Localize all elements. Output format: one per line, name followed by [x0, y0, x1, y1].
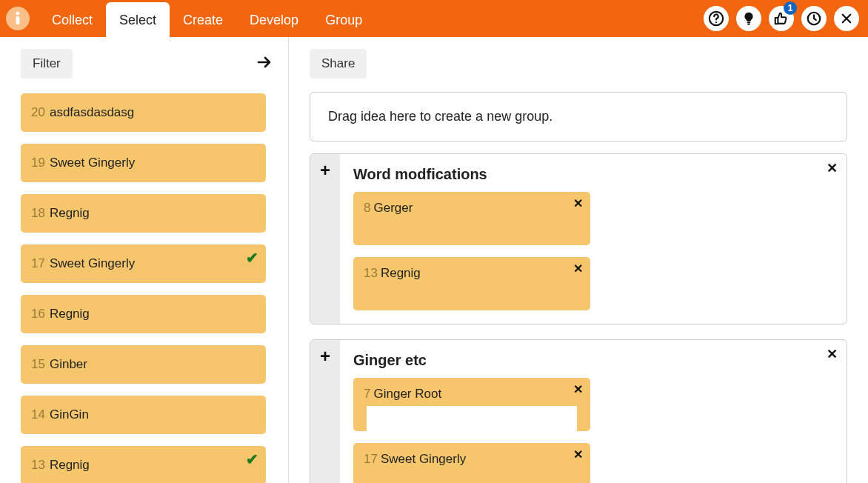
idea-item[interactable]: 18Regnig	[21, 194, 266, 233]
idea-item[interactable]: 13Regnig✔	[21, 446, 266, 483]
group-title[interactable]: Word modfications	[353, 161, 833, 192]
clock-icon[interactable]	[801, 6, 827, 31]
card-remove-icon[interactable]: ✕	[573, 196, 583, 210]
group-expand-button[interactable]: +	[310, 340, 340, 483]
plus-icon: +	[320, 347, 330, 365]
idea-text: Sweet Gingerly	[50, 156, 135, 170]
card-text: Gerger	[373, 201, 413, 215]
idea-number: 14	[31, 407, 45, 422]
idea-item[interactable]: 16Regnig	[21, 295, 266, 333]
sidebar: Filter 20asdfasdasdasg19Sweet Gingerly18…	[0, 37, 289, 483]
likes-badge: 1	[784, 1, 797, 15]
svg-point-3	[715, 21, 717, 23]
help-icon[interactable]	[704, 6, 729, 31]
idea-text: asdfasdasdasg	[50, 105, 134, 120]
nav-tabs: CollectSelectCreateDevelopGroup	[39, 0, 375, 37]
idea-text: GinGin	[50, 407, 89, 422]
card-remove-icon[interactable]: ✕	[573, 382, 583, 396]
group-cards: 8Gerger✕13Regnig✕	[353, 192, 833, 310]
idea-number: 20	[31, 105, 45, 120]
sidebar-top: Filter	[0, 37, 288, 90]
plus-icon: +	[320, 161, 330, 179]
thumbs-up-icon[interactable]: 1	[769, 6, 794, 31]
group: +Word modfications8Gerger✕13Regnig✕✕	[310, 153, 847, 324]
app-header: CollectSelectCreateDevelopGroup 1	[0, 0, 868, 37]
group-card[interactable]: 13Regnig✕	[353, 257, 590, 310]
idea-text: Regnig	[50, 206, 90, 221]
idea-number: 13	[31, 458, 45, 473]
main-panel: Share Drag idea here to create a new gro…	[289, 37, 868, 483]
tab-develop[interactable]: Develop	[236, 2, 312, 37]
tab-select[interactable]: Select	[106, 2, 170, 37]
info-icon[interactable]	[6, 7, 30, 30]
card-text: Sweet Gingerly	[381, 452, 466, 466]
idea-number: 19	[31, 156, 45, 170]
idea-text: Ginber	[50, 357, 87, 372]
collapse-arrow-icon[interactable]	[256, 53, 273, 74]
tab-create[interactable]: Create	[170, 2, 236, 37]
idea-item[interactable]: 15Ginber	[21, 345, 266, 384]
card-number: 8	[364, 201, 370, 215]
idea-item[interactable]: 17Sweet Gingerly✔	[21, 244, 266, 283]
idea-number: 16	[31, 307, 45, 322]
idea-item[interactable]: 14GinGin	[21, 396, 266, 434]
group-body: Word modfications8Gerger✕13Regnig✕	[340, 154, 847, 324]
idea-number: 18	[31, 206, 45, 221]
close-icon[interactable]	[834, 6, 859, 31]
svg-rect-5	[747, 24, 750, 24]
header-right: 1	[704, 6, 859, 31]
header-left: CollectSelectCreateDevelopGroup	[6, 0, 375, 37]
tab-group[interactable]: Group	[312, 2, 375, 37]
idea-item[interactable]: 19Sweet Gingerly	[21, 144, 266, 182]
card-number: 7	[364, 387, 370, 401]
svg-point-0	[16, 12, 20, 16]
card-number: 17	[364, 452, 378, 466]
group-card[interactable]: 7Ginger Root✕	[353, 378, 590, 431]
group-card[interactable]: 17Sweet Gingerly✕	[353, 443, 590, 483]
card-remove-icon[interactable]: ✕	[573, 447, 583, 462]
idea-item[interactable]: 20asdfasdasdasg	[21, 93, 266, 132]
idea-number: 15	[31, 357, 45, 372]
idea-text: Sweet Gingerly	[50, 256, 135, 271]
idea-list[interactable]: 20asdfasdasdasg19Sweet Gingerly18Regnig1…	[0, 90, 288, 483]
filter-button[interactable]: Filter	[21, 49, 73, 79]
share-button[interactable]: Share	[310, 49, 367, 79]
tab-collect[interactable]: Collect	[39, 2, 106, 37]
lightbulb-icon[interactable]	[736, 6, 761, 31]
svg-rect-4	[747, 22, 751, 24]
check-icon: ✔	[246, 450, 258, 468]
idea-text: Regnig	[50, 458, 90, 473]
group-close-icon[interactable]: ✕	[827, 160, 838, 176]
group-card[interactable]: 8Gerger✕	[353, 192, 590, 245]
card-text: Ginger Root	[373, 387, 441, 401]
card-number: 13	[364, 266, 378, 280]
card-text: Regnig	[381, 266, 421, 280]
idea-number: 17	[31, 256, 45, 271]
idea-text: Regnig	[50, 307, 90, 322]
group-cards: 7Ginger Root✕17Sweet Gingerly✕6Ginger Ma…	[353, 378, 833, 483]
group-body: Ginger etc7Ginger Root✕17Sweet Gingerly✕…	[340, 340, 847, 483]
svg-rect-1	[16, 16, 20, 24]
card-edit-input[interactable]	[367, 406, 577, 431]
group-expand-button[interactable]: +	[310, 154, 340, 324]
card-remove-icon[interactable]: ✕	[573, 262, 583, 276]
group-title[interactable]: Ginger etc	[353, 347, 833, 378]
group: +Ginger etc7Ginger Root✕17Sweet Gingerly…	[310, 339, 847, 483]
group-close-icon[interactable]: ✕	[827, 346, 838, 362]
check-icon: ✔	[246, 249, 258, 267]
new-group-dropzone[interactable]: Drag idea here to create a new group.	[310, 92, 847, 141]
